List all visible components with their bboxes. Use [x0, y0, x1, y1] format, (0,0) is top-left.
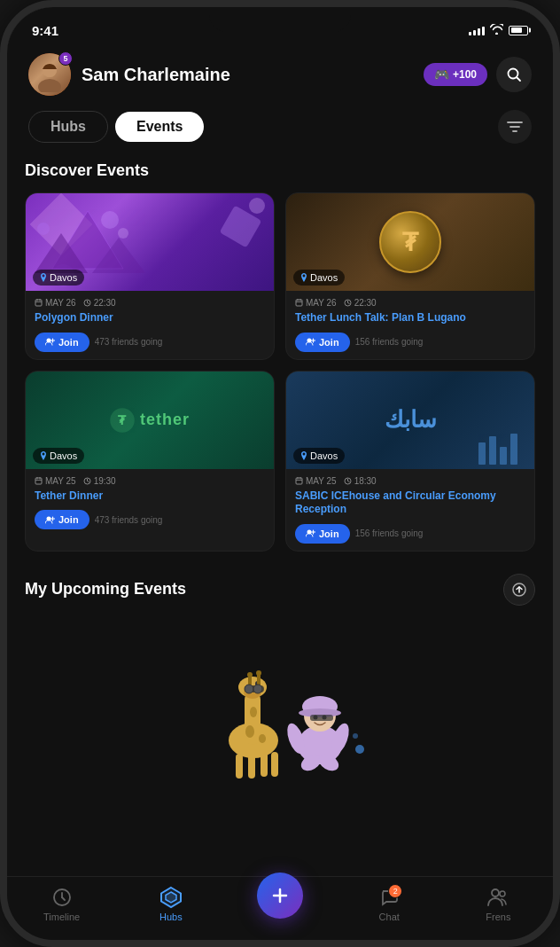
friends-count-polygon: 473 friends going [95, 337, 163, 347]
join-button-tether-dinner[interactable]: Join [35, 510, 89, 529]
avatar-wrap[interactable]: 5 [28, 53, 71, 96]
svg-point-103 [492, 889, 499, 896]
tether-coin: ₮ [379, 211, 441, 273]
upcoming-title: My Upcoming Events [25, 580, 186, 599]
event-details-sabic: MAY 25 18:30 SABIC ICEhouse and Circular… [286, 469, 534, 551]
svg-line-42 [87, 481, 89, 481]
timeline-icon [51, 886, 74, 909]
nav-frens[interactable]: Frens [444, 886, 553, 922]
tether-logo: ₮ tether [110, 408, 190, 433]
event-name-polygon: Polygon Dinner [35, 311, 265, 325]
event-meta-polygon: MAY 26 22:30 [35, 298, 265, 308]
signal-bars-icon [469, 25, 485, 35]
svg-rect-78 [271, 752, 278, 777]
status-time: 9:41 [32, 23, 58, 38]
hubs-icon [159, 886, 183, 909]
bottom-nav: Timeline Hubs [7, 876, 553, 940]
location-tag-sabic: Davos [293, 448, 345, 464]
event-image-polygon: Davos [26, 193, 274, 291]
svg-rect-89 [310, 715, 333, 721]
event-footer-coin: Join 156 friends going [295, 333, 525, 352]
svg-point-73 [259, 734, 266, 743]
nav-add[interactable] [225, 890, 334, 919]
tabs-row: Hubs Events [7, 103, 553, 151]
upload-button[interactable] [503, 574, 535, 606]
svg-point-81 [253, 685, 262, 693]
screen: 9:41 [7, 7, 553, 940]
svg-point-71 [256, 670, 261, 676]
username: Sam Charlemaine [82, 65, 413, 85]
svg-rect-49 [510, 434, 517, 465]
join-button-polygon[interactable]: Join [35, 333, 89, 352]
svg-point-13 [37, 223, 50, 235]
tab-hubs[interactable]: Hubs [28, 111, 108, 143]
nav-chat[interactable]: 2 Chat [335, 886, 444, 922]
event-name-sabic: SABIC ICEhouse and Circular Economy Rece… [295, 489, 525, 517]
friends-count-coin: 156 friends going [355, 337, 424, 347]
empty-state [25, 625, 535, 802]
svg-line-4 [517, 78, 521, 82]
event-meta-sabic: MAY 25 18:30 [295, 476, 525, 486]
svg-rect-46 [478, 442, 486, 465]
svg-line-98 [62, 897, 65, 900]
timeline-label: Timeline [43, 912, 80, 922]
svg-rect-47 [489, 436, 496, 465]
event-card-tether-lunch: ₮ Davos MAY 26 [285, 192, 535, 360]
svg-point-74 [250, 707, 257, 717]
event-footer-sabic: Join 156 friends going [295, 524, 525, 544]
svg-point-104 [500, 891, 505, 896]
event-image-tether: ₮ tether Davos [26, 372, 274, 469]
join-button-sabic[interactable]: Join [295, 524, 350, 544]
event-card-tether-dinner: ₮ tether Davos [25, 371, 275, 552]
location-tag-tether: Davos [33, 448, 84, 464]
points-badge[interactable]: 🎮 +100 [424, 63, 487, 86]
wifi-icon [490, 24, 503, 37]
filter-button[interactable] [498, 110, 532, 144]
svg-line-56 [347, 481, 349, 481]
friends-count-tether: 473 friends going [95, 515, 163, 525]
svg-point-72 [245, 725, 254, 738]
header-actions: 🎮 +100 [424, 57, 532, 92]
svg-rect-75 [236, 754, 243, 779]
chat-icon: 2 [377, 886, 401, 909]
friends-count-sabic: 156 friends going [355, 528, 424, 538]
location-tag-coin: Davos [293, 270, 345, 286]
event-card-sabic: سابك Davos [285, 371, 535, 552]
svg-point-12 [118, 228, 128, 239]
event-footer-polygon: Join 473 friends going [35, 333, 265, 352]
phone-frame: 9:41 [0, 0, 560, 947]
chat-label: Chat [379, 912, 400, 922]
svg-point-11 [101, 211, 119, 229]
event-details-polygon: MAY 26 22:30 Polygon Dinner Join [26, 291, 274, 359]
battery-icon [509, 26, 528, 35]
svg-line-30 [347, 303, 349, 304]
event-meta-coin: MAY 26 22:30 [295, 298, 525, 308]
svg-point-94 [355, 745, 364, 754]
add-button[interactable] [257, 873, 303, 919]
svg-point-80 [245, 685, 253, 693]
event-card-polygon-dinner: Davos MAY 26 22:30 [25, 192, 275, 360]
svg-rect-48 [500, 447, 507, 465]
event-meta-tether: MAY 25 19:30 [35, 476, 265, 486]
giraffe-illustration [183, 643, 377, 785]
svg-line-20 [87, 303, 89, 304]
location-tag-polygon: Davos [33, 270, 84, 286]
frens-icon [486, 886, 509, 909]
svg-point-69 [247, 672, 253, 677]
join-button-tether-lunch[interactable]: Join [295, 333, 350, 352]
tab-events[interactable]: Events [115, 112, 204, 142]
nav-timeline[interactable]: Timeline [7, 886, 116, 922]
svg-rect-77 [261, 752, 268, 777]
event-image-sabic: سابك Davos [286, 372, 534, 469]
location-text: Davos [50, 450, 77, 461]
avatar-badge: 5 [58, 51, 73, 66]
search-button[interactable] [496, 57, 532, 92]
svg-marker-100 [166, 892, 176, 903]
events-grid: Davos MAY 26 22:30 [25, 192, 535, 552]
svg-text:₮: ₮ [118, 413, 127, 427]
event-name-tether-dinner: Tether Dinner [35, 489, 265, 504]
nav-hubs[interactable]: Hubs [116, 886, 225, 922]
status-icons [469, 24, 528, 37]
svg-rect-50 [296, 478, 302, 484]
event-image-coin: ₮ Davos [286, 193, 534, 291]
